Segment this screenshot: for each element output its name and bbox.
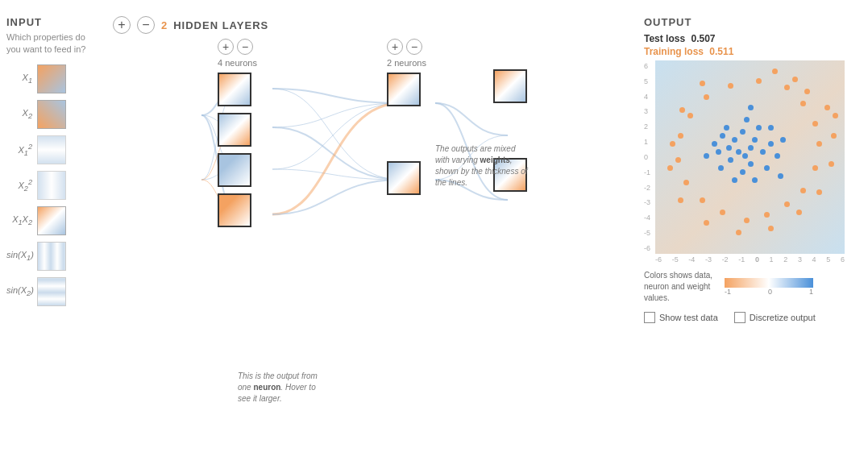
hidden-layers-title: HIDDEN LAYERS (173, 19, 268, 31)
dot (812, 165, 818, 171)
feature-x2-thumb[interactable] (37, 100, 66, 129)
layer2-add-neuron-button[interactable]: + (387, 39, 403, 55)
y-axis-0: 0 (644, 153, 650, 161)
feature-x2sq[interactable]: X22 (6, 171, 98, 200)
x-axis-n2: -2 (722, 255, 729, 264)
network-header: + − 2 HIDDEN LAYERS (113, 16, 634, 39)
dot (675, 157, 681, 163)
dot (736, 149, 741, 155)
layer2-neuron-2[interactable] (387, 161, 421, 195)
y-axis-6: 6 (644, 62, 650, 70)
dot (736, 230, 741, 235)
x-axis-1: 1 (770, 255, 774, 264)
feature-sinx2-label: sin(X2) (6, 285, 32, 297)
feature-x1x2-label: X1X2 (6, 214, 32, 226)
show-test-data-checkbox-box[interactable] (644, 312, 655, 323)
x-axis-4: 4 (812, 255, 816, 264)
y-axis-1: 1 (644, 138, 650, 146)
annotation-weights: The outputs are mixed with varying weigh… (435, 143, 532, 189)
feature-x1sq-thumb[interactable] (37, 135, 66, 164)
x-axis-n3: -3 (705, 255, 712, 264)
color-bar-mid: 0 (768, 288, 772, 296)
remove-layer-button[interactable]: − (137, 16, 155, 34)
dot (726, 145, 732, 151)
dot (732, 137, 737, 143)
layer2-neuron-1[interactable] (387, 73, 421, 106)
feature-x1sq-label: X12 (6, 143, 32, 157)
feature-x1x2[interactable]: X1X2 (6, 206, 98, 235)
scatter-canvas (655, 60, 845, 254)
test-loss-value: 0.507 (691, 33, 715, 44)
dot (720, 210, 725, 215)
x-axis-5: 5 (826, 255, 830, 264)
dot (780, 137, 786, 143)
feature-sinx2-thumb[interactable] (37, 277, 66, 306)
x-axis-6: 6 (841, 255, 845, 264)
feature-x1-thumb[interactable] (37, 64, 66, 93)
dot (748, 105, 754, 110)
train-loss-line: Training loss 0.511 (644, 46, 858, 57)
show-test-data-checkbox[interactable]: Show test data (644, 312, 718, 323)
dot (768, 125, 774, 131)
layer-count: 2 (161, 19, 167, 31)
feature-sinx2[interactable]: sin(X2) (6, 277, 98, 306)
x-axis-n4: -4 (688, 255, 695, 264)
layer1-add-neuron-button[interactable]: + (218, 39, 234, 55)
add-layer-button[interactable]: + (113, 16, 131, 34)
x-axis-0: 0 (755, 255, 759, 264)
discretize-output-checkbox-box[interactable] (734, 312, 745, 323)
layer1-neuron-1[interactable] (218, 73, 251, 106)
input-subtitle: Which properties do you want to feed in? (6, 31, 98, 56)
feature-sinx1-thumb[interactable] (37, 242, 66, 271)
dot (742, 153, 748, 159)
layer2-remove-neuron-button[interactable]: − (406, 39, 422, 55)
scatter-plot-container: 6 5 4 3 2 1 0 -1 -2 -3 -4 -5 -6 (644, 60, 858, 264)
layer1-neuron-count: 4 neurons (218, 58, 257, 68)
dot (720, 133, 725, 139)
dot (756, 125, 762, 131)
dot (833, 113, 838, 118)
discretize-output-checkbox[interactable]: Discretize output (734, 312, 816, 323)
layer1-remove-neuron-button[interactable]: − (237, 39, 253, 55)
feature-x1x2-thumb[interactable] (37, 206, 66, 235)
dot (768, 226, 774, 231)
dot (796, 210, 802, 215)
discretize-output-label: Discretize output (750, 313, 816, 322)
layer1-neuron-2[interactable] (218, 113, 251, 147)
dot (678, 133, 683, 139)
output-title: OUTPUT (644, 16, 858, 28)
layer1-column: + − 4 neurons (218, 39, 257, 234)
dot (784, 85, 790, 90)
feature-x1[interactable]: X1 (6, 64, 98, 93)
dot (760, 149, 766, 155)
dot (724, 125, 729, 131)
dot (683, 180, 689, 185)
dot (764, 212, 770, 218)
x-axis-n5: -5 (672, 255, 679, 264)
dot (812, 121, 818, 127)
layer1-neuron-3[interactable] (218, 153, 251, 187)
layer1-controls: + − (218, 39, 257, 55)
dot (829, 161, 834, 167)
dot (704, 94, 709, 100)
color-bar-left: -1 (725, 288, 731, 296)
dot (670, 141, 675, 147)
feature-x1sq[interactable]: X12 (6, 135, 98, 164)
dot (800, 101, 806, 106)
checkboxes-row: Show test data Discretize output (644, 312, 858, 323)
test-loss-line: Test loss 0.507 (644, 33, 858, 44)
dot (700, 197, 705, 203)
dot (778, 173, 783, 179)
color-legend: Colors shows data, neuron and weight val… (644, 270, 858, 304)
dot (816, 189, 822, 195)
test-loss-label: Test loss (644, 33, 685, 44)
output-neuron-1[interactable] (493, 69, 527, 103)
input-title: INPUT (6, 16, 98, 28)
dot (748, 145, 754, 151)
dot (756, 78, 762, 84)
feature-sinx1[interactable]: sin(X1) (6, 242, 98, 271)
feature-x2sq-thumb[interactable] (37, 171, 66, 200)
layer1-neuron-4[interactable] (218, 193, 251, 227)
dot (678, 197, 683, 203)
feature-x2[interactable]: X2 (6, 100, 98, 129)
